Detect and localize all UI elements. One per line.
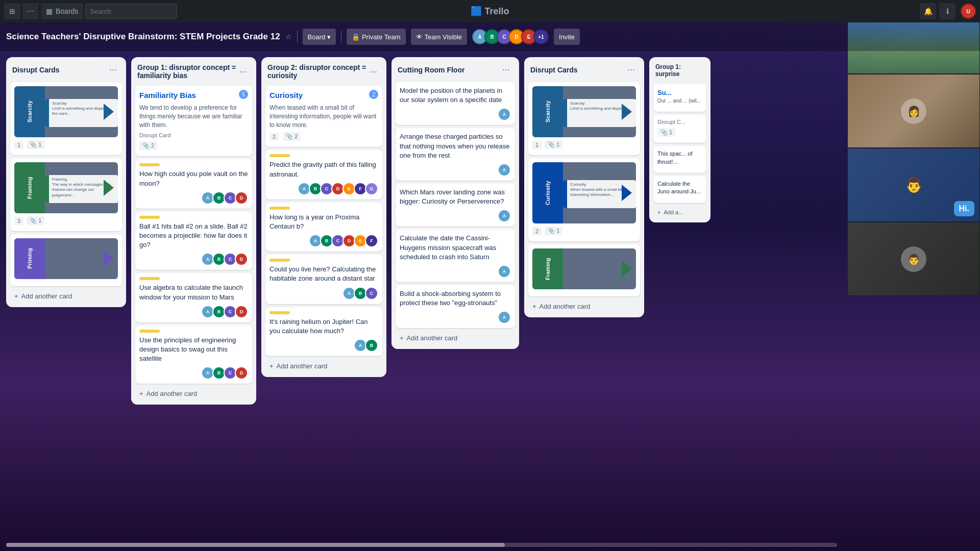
add-card-btn-cutting[interactable]: + Add another card (396, 331, 515, 345)
add-card-btn-d2[interactable]: + Add another card (528, 299, 640, 313)
add-card-btn-partial[interactable]: + Add a... (653, 206, 706, 218)
add-icon-1: + (14, 292, 18, 300)
card-scarcity-1[interactable]: Scarcity ScarcityLimit is something and … (10, 82, 122, 155)
card-planets[interactable]: Model the position of the planets in our… (396, 82, 515, 125)
pole-vault-title: How high could you pole vault on the moo… (139, 169, 248, 188)
card-framing-2[interactable]: Framing (528, 244, 640, 296)
boards-label: Boards (56, 7, 78, 15)
banner-label-scarcity-2: Scarcity (532, 86, 563, 137)
avatar-group: A B C D E +1 (472, 29, 549, 44)
surprise-attachment: 📎 1 (657, 128, 675, 137)
column-menu-cutting[interactable]: ··· (499, 63, 513, 76)
add-card-btn-group1[interactable]: + Add another card (135, 387, 252, 400)
card-banner-framing-1: Framing FramingThe way in which messages… (14, 162, 118, 213)
column-menu-group2[interactable]: ··· (366, 65, 380, 78)
ball-slide-title: Ball #1 hits ball #2 on a slide. Ball #2… (139, 222, 248, 250)
card-surprise-1[interactable]: Su... Our ... and ... (wit... (653, 84, 706, 112)
surprise-desc: Our ... and ... (wit... (657, 97, 702, 105)
card-cassini[interactable]: Calculate the date the Cassini-Huygens m… (396, 230, 515, 282)
avatar-sat-4: D (235, 366, 248, 380)
card-juno[interactable]: Calculate the Juno around Ju... (653, 176, 706, 203)
scrollbar-thumb[interactable] (6, 543, 505, 547)
add-card-btn-group2[interactable]: + Add another card (265, 359, 382, 373)
familiarity-badge: 5 (239, 90, 248, 99)
card-priming-1[interactable]: Priming (10, 234, 122, 286)
column-header-partial: Group 1: surprise (653, 61, 706, 81)
card-satellite[interactable]: Use the principles of engineering design… (135, 325, 252, 384)
card-gravity-path[interactable]: Predict the gravity path of this falling… (265, 150, 382, 199)
card-curiosity-banner[interactable]: Curiosity CuriosityWhen teased with a sm… (528, 158, 640, 241)
notification-btn[interactable]: 🔔 (920, 3, 936, 19)
column-menu-group1[interactable]: ··· (236, 65, 250, 78)
add-card-label-d2: Add another card (540, 303, 591, 310)
card-familiarity-bias[interactable]: Familiarity Bias 5 We tend to develop a … (135, 86, 252, 156)
banner-gray-curiosity: CuriosityWhen teased with a small bit of… (563, 162, 636, 223)
charged-particles-title: Arrange these charged particles so that … (400, 132, 511, 160)
label-yellow-g3 (270, 259, 290, 262)
banner-label-curiosity: Curiosity (532, 162, 563, 223)
private-team-btn[interactable]: 🔒 Private Team (347, 29, 406, 45)
team-visible-btn[interactable]: 👁 Team Visible (411, 29, 467, 45)
card-banner-scarcity-2: Scarcity ScarcityLimit is something and … (532, 86, 636, 137)
apps-btn[interactable]: ⋯ (22, 3, 39, 19)
card-pole-vault[interactable]: How high could you pole vault on the moo… (135, 159, 252, 208)
avatar-mr1: A (498, 209, 511, 222)
card-proxima[interactable]: How long is a year on Proxima Centauri b… (265, 203, 382, 252)
person-icon-1: 👩 (901, 98, 926, 124)
horizontal-scrollbar[interactable] (6, 543, 837, 547)
banner-label-framing-2: Framing (532, 248, 563, 289)
curiosity-title: Curiosity (270, 90, 303, 101)
card-surprise-subtitle[interactable]: Disrupt C... 📎 1 (653, 115, 706, 143)
column-title-d2: Disrupt Cards (530, 66, 578, 74)
star-icon[interactable]: ☆ (285, 33, 292, 41)
card-thrust[interactable]: This spac... of thrust!... (653, 146, 706, 173)
column-header-group1: Group 1: disruptor concept = familiarity… (135, 61, 252, 83)
nav-right: 🔔 ℹ U (920, 3, 976, 19)
card-framing-1[interactable]: Framing FramingThe way in which messages… (10, 158, 122, 231)
add-icon-group2: + (270, 362, 274, 370)
boards-btn[interactable]: ▦ Boards (41, 3, 83, 19)
card-helium-jupiter[interactable]: It's raining helium on Jupiter! Can you … (265, 307, 382, 356)
banner-gray-1: ScarcityLimit is something and displays … (45, 86, 118, 137)
home-btn[interactable]: ⊞ (4, 3, 20, 19)
card-number-curiosity: 2 (532, 227, 542, 235)
card-curiosity-title[interactable]: Curiosity 2 When teased with a small bit… (265, 86, 382, 147)
card-number-s2: 1 (532, 141, 542, 149)
card-charged-particles[interactable]: Arrange these charged particles so that … (396, 128, 515, 181)
card-egg-stronauts[interactable]: Build a shock-absorbing system to protec… (396, 285, 515, 328)
card-launch-window[interactable]: Use algebra to calculate the launch wind… (135, 273, 252, 322)
info-btn[interactable]: ℹ (939, 3, 955, 19)
card-number-framing-1: 3 (14, 217, 23, 225)
card-habitable-zone[interactable]: Could you live here? Calculating the hab… (265, 255, 382, 304)
column-title-group2: Group 2: disruptor concept = curiosity (267, 63, 366, 80)
ball-slide-avatars: A B C D (139, 253, 248, 266)
column-menu-1[interactable]: ··· (106, 63, 120, 76)
banner-arrow-s2 (622, 104, 632, 120)
column-disrupt-cards-2: Disrupt Cards ··· Scarcity ScarcityLimit… (524, 57, 644, 317)
add-card-label-partial: Add a... (664, 209, 683, 215)
column-title-cutting: Cutting Room Floor (398, 66, 464, 74)
familiarity-bias-title: Familiarity Bias (139, 90, 196, 101)
visibility-label: Private Team (362, 33, 401, 41)
column-menu-d2[interactable]: ··· (624, 63, 638, 76)
search-input[interactable] (85, 4, 177, 19)
card-scarcity-2[interactable]: Scarcity ScarcityLimit is something and … (528, 82, 640, 155)
person-icon-3: 👨 (901, 246, 926, 272)
user-avatar[interactable]: U (961, 4, 976, 19)
gravity-path-title: Predict the gravity path of this falling… (270, 160, 378, 179)
card-footer-left-1: 1 📎 1 (14, 140, 44, 151)
banner-arrow-1 (104, 104, 114, 120)
card-footer-scarcity-1: 1 📎 1 (14, 140, 118, 151)
juno-title: Calculate the Juno around Ju... (657, 180, 702, 196)
card-ball-slide[interactable]: Ball #1 hits ball #2 on a slide. Ball #2… (135, 212, 252, 270)
boards-icon: ▦ (46, 7, 53, 15)
invite-btn[interactable]: Invite (554, 29, 580, 45)
column-group1: Group 1: disruptor concept = familiarity… (131, 57, 256, 405)
invite-label: Invite (559, 33, 575, 41)
pole-vault-avatars: A B C D (139, 191, 248, 205)
card-mars-rover[interactable]: Which Mars rover landing zone was bigger… (396, 184, 515, 227)
trello-logo-text: 🟦 Trello (471, 6, 509, 17)
add-card-btn-1[interactable]: + Add another card (10, 289, 122, 303)
board-view-btn[interactable]: Board ▾ (303, 29, 336, 45)
egg-avatars: A (400, 311, 511, 324)
